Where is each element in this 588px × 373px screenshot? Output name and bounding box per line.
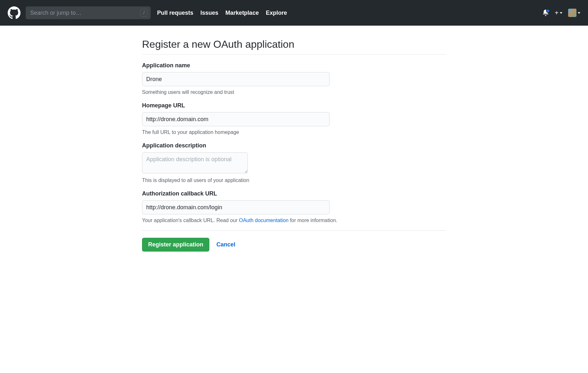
primary-nav: Pull requests Issues Marketplace Explore <box>157 10 287 16</box>
avatar <box>568 9 576 17</box>
plus-icon: + <box>555 9 559 17</box>
main-content: Register a new OAuth application Applica… <box>137 26 451 264</box>
field-app-name: Application name Something users will re… <box>142 62 446 95</box>
field-description: Application description This is displaye… <box>142 142 446 183</box>
header-right: + <box>542 9 580 17</box>
callback-help: Your application's callback URL. Read ou… <box>142 218 446 223</box>
form-actions: Register application Cancel <box>142 230 446 252</box>
caret-down-icon <box>560 12 562 14</box>
notifications-button[interactable] <box>542 10 549 16</box>
caret-down-icon <box>578 12 580 14</box>
global-header: / Pull requests Issues Marketplace Explo… <box>0 0 588 26</box>
slash-hotkey-badge: / <box>140 9 147 17</box>
app-name-help: Something users will recognize and trust <box>142 89 446 95</box>
app-name-input[interactable] <box>142 72 330 86</box>
user-menu[interactable] <box>568 9 580 17</box>
field-callback-url: Authorization callback URL Your applicat… <box>142 190 446 223</box>
description-textarea[interactable] <box>142 152 248 173</box>
search-input[interactable] <box>26 6 151 19</box>
app-name-label: Application name <box>142 62 446 69</box>
nav-marketplace[interactable]: Marketplace <box>225 10 259 16</box>
oauth-docs-link[interactable]: OAuth documentation <box>239 218 289 223</box>
nav-issues[interactable]: Issues <box>200 10 218 16</box>
homepage-input[interactable] <box>142 112 330 126</box>
create-menu[interactable]: + <box>555 9 562 17</box>
homepage-help: The full URL to your application homepag… <box>142 129 446 135</box>
notification-indicator <box>546 9 550 13</box>
callback-help-pre: Your application's callback URL. Read ou… <box>142 218 239 223</box>
nav-pull-requests[interactable]: Pull requests <box>157 10 193 16</box>
nav-explore[interactable]: Explore <box>266 10 287 16</box>
search-wrap: / <box>26 6 151 19</box>
callback-help-post: for more information. <box>289 218 337 223</box>
callback-input[interactable] <box>142 200 330 214</box>
cancel-link[interactable]: Cancel <box>216 241 235 248</box>
description-help: This is displayed to all users of your a… <box>142 178 446 183</box>
github-logo[interactable] <box>8 6 21 19</box>
field-homepage-url: Homepage URL The full URL to your applic… <box>142 102 446 135</box>
register-button[interactable]: Register application <box>142 238 209 252</box>
callback-label: Authorization callback URL <box>142 190 446 197</box>
page-title: Register a new OAuth application <box>142 38 446 54</box>
homepage-label: Homepage URL <box>142 102 446 109</box>
description-label: Application description <box>142 142 446 149</box>
